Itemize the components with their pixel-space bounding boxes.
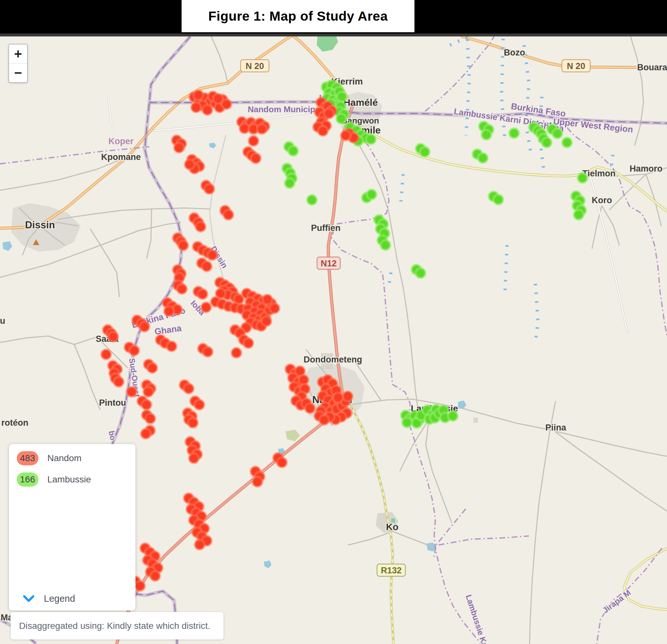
survey-point-marker[interactable]	[262, 295, 272, 304]
survey-point-marker[interactable]	[201, 302, 211, 312]
survey-point-marker[interactable]	[141, 429, 151, 439]
survey-point-marker[interactable]	[542, 138, 552, 147]
survey-point-marker[interactable]	[207, 250, 217, 260]
survey-point-marker[interactable]	[224, 210, 233, 220]
map-label: Pintou	[99, 398, 126, 408]
survey-point-marker[interactable]	[416, 268, 425, 278]
zoom-out-button[interactable]: −	[9, 64, 27, 82]
survey-point-marker[interactable]	[185, 160, 195, 169]
survey-point-marker[interactable]	[213, 94, 223, 103]
survey-point-marker[interactable]	[191, 102, 201, 112]
survey-point-marker[interactable]	[402, 418, 412, 427]
survey-point-marker[interactable]	[142, 400, 151, 410]
survey-point-marker[interactable]	[167, 342, 176, 351]
map-label: Piina	[546, 423, 567, 432]
survey-point-marker[interactable]	[257, 124, 267, 134]
survey-point-marker[interactable]	[285, 178, 294, 188]
legend-count-badge: 166	[17, 473, 38, 486]
survey-point-marker[interactable]	[324, 109, 334, 118]
survey-point-marker[interactable]	[482, 130, 491, 139]
survey-point-marker[interactable]	[144, 387, 153, 397]
survey-point-marker[interactable]	[195, 540, 205, 549]
map-label: u	[0, 316, 5, 326]
map-label: Bouara	[637, 63, 667, 72]
survey-point-marker[interactable]	[147, 363, 157, 373]
zoom-in-button[interactable]: +	[9, 45, 27, 63]
legend-count-badge: 483	[17, 451, 38, 465]
survey-point-marker[interactable]	[140, 322, 149, 331]
survey-point-marker[interactable]	[574, 210, 584, 220]
survey-point-marker[interactable]	[196, 222, 206, 232]
map-label: Puffien	[311, 223, 341, 233]
survey-point-marker[interactable]	[198, 289, 207, 299]
survey-point-marker[interactable]	[145, 414, 155, 424]
map-app: KierrimHaméléHamileBangwonBozoBouaraKope…	[0, 0, 667, 644]
survey-point-marker[interactable]	[164, 307, 174, 316]
survey-point-marker[interactable]	[307, 195, 317, 205]
survey-point-marker[interactable]	[114, 377, 124, 387]
survey-point-marker[interactable]	[194, 90, 203, 100]
zoom-control: + −	[9, 44, 28, 83]
survey-point-marker[interactable]	[366, 134, 376, 144]
survey-point-marker[interactable]	[367, 189, 376, 199]
road-badge-label: N 20	[245, 61, 264, 71]
disaggregation-note-text: Disaggregated using: Kindly state which …	[19, 621, 210, 631]
survey-point-marker[interactable]	[509, 128, 519, 138]
survey-point-marker[interactable]	[380, 240, 390, 250]
survey-point-marker[interactable]	[184, 384, 194, 393]
survey-point-marker[interactable]	[127, 387, 136, 397]
map-label: Ko	[386, 522, 398, 532]
survey-point-marker[interactable]	[244, 338, 253, 348]
survey-point-marker[interactable]	[177, 284, 187, 294]
survey-point-marker[interactable]	[202, 262, 212, 271]
survey-point-marker[interactable]	[189, 453, 199, 463]
survey-point-marker[interactable]	[341, 131, 351, 140]
survey-point-marker[interactable]	[108, 332, 118, 342]
survey-point-marker[interactable]	[101, 350, 111, 359]
survey-point-marker[interactable]	[478, 153, 488, 163]
survey-point-marker[interactable]	[150, 571, 160, 581]
survey-point-marker[interactable]	[232, 348, 241, 358]
survey-point-marker[interactable]	[188, 418, 198, 428]
survey-point-marker[interactable]	[251, 153, 261, 163]
legend-item-nandom[interactable]: 483 Nandom	[17, 444, 135, 465]
map-label: Koro	[592, 195, 612, 205]
chevron-down-icon	[23, 595, 34, 602]
survey-point-marker[interactable]	[577, 173, 587, 183]
survey-point-marker[interactable]	[195, 400, 204, 410]
survey-point-marker[interactable]	[203, 347, 213, 357]
legend-collapse-toggle[interactable]: Legend	[23, 593, 75, 604]
map-label: Dondometeng	[304, 355, 362, 364]
survey-point-marker[interactable]	[305, 403, 315, 413]
map-label: Bozo	[504, 48, 525, 57]
survey-point-marker[interactable]	[174, 143, 184, 152]
survey-point-marker[interactable]	[277, 458, 287, 467]
survey-point-marker[interactable]	[333, 393, 343, 402]
survey-point-marker[interactable]	[135, 581, 145, 591]
map-label: Hamélé	[343, 97, 378, 108]
survey-point-marker[interactable]	[129, 346, 139, 356]
survey-point-marker[interactable]	[493, 195, 503, 204]
legend-item-lambussie[interactable]: 166 Lambussie	[17, 473, 135, 486]
survey-point-marker[interactable]	[337, 114, 346, 123]
survey-point-marker[interactable]	[270, 303, 279, 313]
survey-point-marker[interactable]	[553, 129, 562, 138]
survey-point-marker[interactable]	[253, 477, 262, 486]
legend-panel: 483 Nandom 166 Lambussie Legend	[9, 444, 135, 610]
survey-point-marker[interactable]	[319, 415, 329, 425]
survey-point-marker[interactable]	[448, 411, 458, 421]
header-strip	[0, 34, 667, 36]
survey-point-marker[interactable]	[205, 184, 214, 194]
survey-point-marker[interactable]	[178, 241, 188, 250]
survey-point-marker[interactable]	[420, 147, 429, 157]
legend-item-label: Lambussie	[47, 474, 91, 485]
survey-point-marker[interactable]	[288, 146, 298, 156]
survey-point-marker[interactable]	[343, 392, 353, 401]
survey-point-marker[interactable]	[262, 316, 271, 326]
survey-point-marker[interactable]	[318, 126, 328, 136]
disaggregation-note: Disaggregated using: Kindly state which …	[11, 612, 224, 640]
page-title: Figure 1: Map of Study Area	[208, 9, 388, 24]
survey-point-marker[interactable]	[249, 136, 258, 146]
survey-point-marker[interactable]	[202, 105, 212, 115]
survey-point-marker[interactable]	[562, 138, 572, 147]
